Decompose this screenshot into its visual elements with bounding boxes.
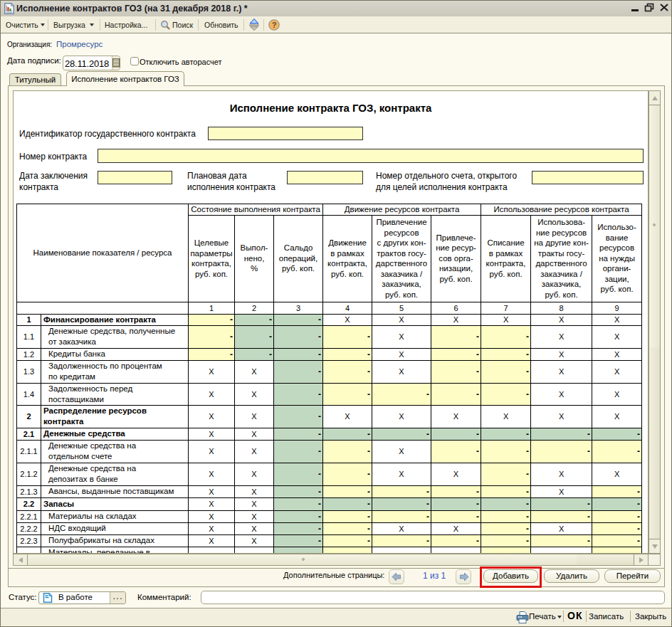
svg-text:?: ? <box>272 21 277 29</box>
